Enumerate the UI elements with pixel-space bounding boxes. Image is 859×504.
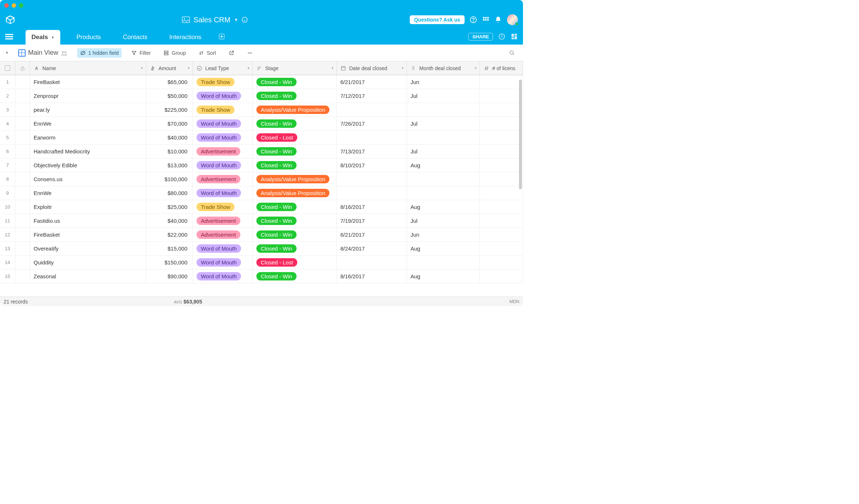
bell-icon[interactable] — [495, 16, 502, 23]
cell-stage[interactable]: Analysis/Value Proposition — [253, 103, 337, 117]
group-button[interactable]: Group — [160, 48, 189, 58]
table-row[interactable]: 6Handcrafted Mediocrity$10,000Advertisem… — [0, 145, 523, 159]
col-stage[interactable]: Stage▼ — [253, 61, 337, 75]
cell-stage[interactable]: Closed - Lost — [253, 256, 337, 269]
cell-name[interactable]: Consens.us — [30, 172, 146, 186]
select-all-column[interactable] — [0, 61, 15, 75]
row-number[interactable]: 11 — [0, 214, 15, 228]
cell-name[interactable]: Handcrafted Mediocrity — [30, 145, 146, 158]
table-row[interactable]: 4EnnWe$70,000Word of MouthClosed - Win7/… — [0, 117, 523, 131]
row-number[interactable]: 7 — [0, 159, 15, 172]
cell-licenses[interactable] — [480, 131, 523, 144]
row-number[interactable]: 13 — [0, 242, 15, 255]
cell-date-closed[interactable]: 6/21/2017 — [337, 228, 407, 241]
cell-date-closed[interactable]: 7/12/2017 — [337, 89, 407, 103]
cell-stage[interactable]: Closed - Win — [253, 159, 337, 172]
cell-name[interactable]: FireBasket — [30, 228, 146, 241]
row-expand[interactable] — [15, 145, 30, 158]
cell-amount[interactable]: $65,000 — [146, 75, 193, 89]
row-expand[interactable] — [15, 242, 30, 255]
view-switcher[interactable]: Main View — [15, 47, 70, 58]
cell-name[interactable]: EnnWe — [30, 186, 146, 200]
cell-stage[interactable]: Analysis/Value Proposition — [253, 172, 337, 186]
window-minimize-button[interactable] — [12, 3, 16, 8]
cell-lead-type[interactable]: Trade Show — [193, 200, 253, 214]
row-number[interactable]: 8 — [0, 172, 15, 186]
cell-month-closed[interactable]: Aug — [407, 270, 480, 283]
cell-lead-type[interactable]: Trade Show — [193, 103, 253, 117]
aggregate-amount[interactable]: AVG$63,905 — [174, 299, 202, 305]
cell-amount[interactable]: $90,000 — [146, 270, 193, 283]
cell-month-closed[interactable]: Jun — [407, 228, 480, 241]
cell-date-closed[interactable]: 7/13/2017 — [337, 145, 407, 158]
table-row[interactable]: 9EnnWe$80,000Word of MouthAnalysis/Value… — [0, 186, 523, 200]
cell-licenses[interactable] — [480, 270, 523, 283]
cell-date-closed[interactable]: 7/26/2017 — [337, 117, 407, 130]
cell-name[interactable]: EnnWe — [30, 117, 146, 130]
search-button[interactable] — [506, 48, 518, 58]
cell-stage[interactable]: Closed - Win — [253, 89, 337, 103]
cell-licenses[interactable] — [480, 159, 523, 172]
cell-stage[interactable]: Closed - Win — [253, 200, 337, 214]
cell-stage[interactable]: Closed - Win — [253, 145, 337, 158]
cell-licenses[interactable] — [480, 242, 523, 255]
cell-date-closed[interactable] — [337, 172, 407, 186]
cell-month-closed[interactable]: Jul — [407, 89, 480, 103]
col-month-closed[interactable]: Month deal closed▼ — [407, 61, 480, 75]
row-expand[interactable] — [15, 89, 30, 103]
cell-date-closed[interactable] — [337, 131, 407, 144]
col-name[interactable]: Name▼ — [30, 61, 146, 75]
cell-name[interactable]: Exploitr — [30, 200, 146, 214]
cell-stage[interactable]: Closed - Win — [253, 75, 337, 89]
row-expand[interactable] — [15, 117, 30, 130]
row-number[interactable]: 9 — [0, 186, 15, 200]
cell-date-closed[interactable]: 8/10/2017 — [337, 159, 407, 172]
cell-date-closed[interactable]: 6/21/2017 — [337, 75, 407, 89]
cell-date-closed[interactable] — [337, 186, 407, 200]
table-row[interactable]: 13Overeatify$15,000Word of MouthClosed -… — [0, 242, 523, 256]
col-lead-type[interactable]: Lead Type▼ — [193, 61, 253, 75]
info-icon[interactable] — [242, 17, 248, 23]
cell-amount[interactable]: $150,000 — [146, 256, 193, 269]
cell-licenses[interactable] — [480, 256, 523, 269]
cell-amount[interactable]: $50,000 — [146, 89, 193, 103]
history-icon[interactable] — [498, 33, 505, 40]
table-row[interactable]: 11Fastidio.us$40,000AdvertisementClosed … — [0, 214, 523, 228]
cell-licenses[interactable] — [480, 200, 523, 214]
cell-date-closed[interactable] — [337, 103, 407, 117]
cell-stage[interactable]: Closed - Lost — [253, 131, 337, 144]
table-row[interactable]: 15Zeasonal$90,000Word of MouthClosed - W… — [0, 270, 523, 283]
cell-amount[interactable]: $25,000 — [146, 200, 193, 214]
row-number[interactable]: 3 — [0, 103, 15, 117]
blocks-icon[interactable] — [511, 33, 518, 40]
row-expand[interactable] — [15, 186, 30, 200]
cell-month-closed[interactable] — [407, 103, 480, 117]
row-number[interactable]: 12 — [0, 228, 15, 241]
cell-lead-type[interactable]: Word of Mouth — [193, 256, 253, 269]
cell-amount[interactable]: $70,000 — [146, 117, 193, 130]
row-expand[interactable] — [15, 256, 30, 269]
table-row[interactable]: 1FireBasket$65,000Trade ShowClosed - Win… — [0, 75, 523, 89]
base-title[interactable]: Sales CRM — [194, 16, 230, 24]
row-expand[interactable] — [15, 200, 30, 214]
sort-button[interactable]: Sort — [195, 48, 219, 58]
cell-licenses[interactable] — [480, 75, 523, 89]
sidebar-toggle-button[interactable] — [5, 34, 13, 39]
ask-us-button[interactable]: Questions? Ask us — [410, 15, 465, 24]
row-number[interactable]: 5 — [0, 131, 15, 144]
cell-month-closed[interactable] — [407, 256, 480, 269]
add-table-button[interactable] — [217, 32, 226, 41]
help-icon[interactable] — [470, 16, 477, 23]
cell-date-closed[interactable]: 8/16/2017 — [337, 270, 407, 283]
cell-licenses[interactable] — [480, 228, 523, 241]
cell-lead-type[interactable]: Advertisement — [193, 228, 253, 241]
cell-lead-type[interactable]: Word of Mouth — [193, 242, 253, 255]
table-row[interactable]: 5Earworm$40,000Word of MouthClosed - Los… — [0, 131, 523, 145]
cell-name[interactable]: Zenprospr — [30, 89, 146, 103]
cell-name[interactable]: Zeasonal — [30, 270, 146, 283]
row-number[interactable]: 1 — [0, 75, 15, 89]
cell-lead-type[interactable]: Trade Show — [193, 75, 253, 89]
cell-amount[interactable]: $13,000 — [146, 159, 193, 172]
cell-date-closed[interactable]: 7/19/2017 — [337, 214, 407, 228]
row-number[interactable]: 4 — [0, 117, 15, 130]
